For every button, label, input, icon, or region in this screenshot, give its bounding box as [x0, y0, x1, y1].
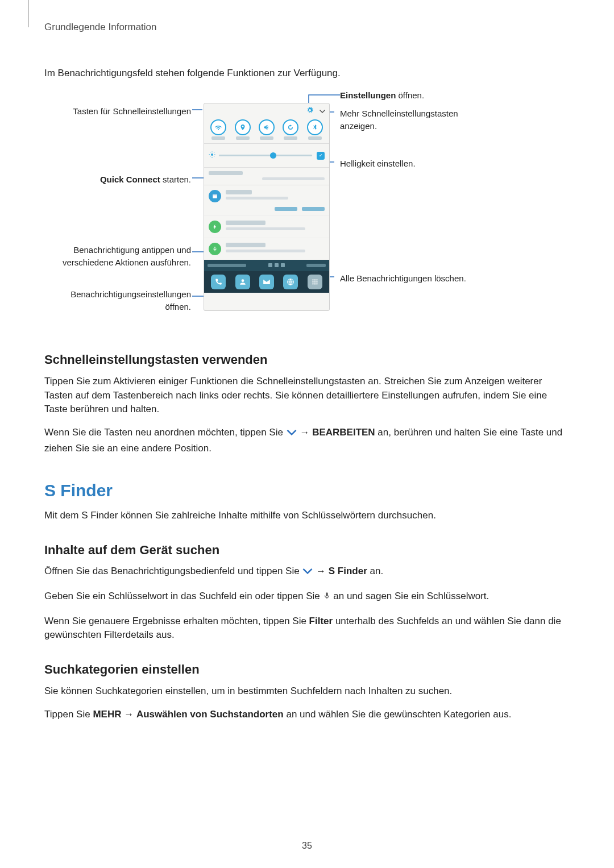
nav-bar [204, 271, 329, 293]
notification-item [204, 216, 329, 238]
heading-suchkategorien: Suchkategorien einstellen [44, 661, 570, 679]
microphone-icon [323, 591, 331, 605]
system-bar [204, 260, 329, 271]
notification-panel-diagram: Tasten für Schnelleinstellungen Quick Co… [44, 89, 570, 328]
inhalte-p3: Wenn Sie genauere Ergebnisse erhalten mö… [44, 614, 570, 642]
svg-point-18 [312, 283, 313, 284]
chevron-down-icon [286, 427, 297, 442]
svg-line-5 [210, 152, 210, 153]
page-number: 35 [0, 839, 614, 852]
svg-point-16 [314, 281, 316, 283]
rotate-icon [283, 119, 298, 135]
brightness-icon [209, 148, 219, 163]
svg-point-0 [211, 153, 213, 156]
svg-rect-10 [213, 194, 217, 196]
callout-notif-settings: Benachrichtigungseinstellungen öffnen. [44, 288, 191, 313]
suchkat-p2: Tippen Sie MEHR → Auswählen von Suchstan… [44, 708, 570, 722]
globe-icon [283, 275, 298, 289]
gear-icon [306, 104, 313, 118]
heading-quick-settings: Schnelleinstellungstasten verwenden [44, 351, 570, 369]
intro-text: Im Benachrichtigungsfeld stehen folgende… [44, 67, 570, 81]
brightness-slider [219, 155, 312, 156]
svg-point-15 [312, 281, 313, 283]
quick-settings-p2: Wenn Sie die Tasten neu anordnen möchten… [44, 426, 570, 455]
phone-screenshot [204, 103, 330, 311]
chevron-down-icon [319, 104, 326, 118]
heading-sfinder: S Finder [44, 478, 570, 503]
usb-icon [209, 243, 221, 255]
svg-point-12 [312, 279, 313, 280]
svg-point-13 [314, 279, 316, 280]
callout-clear-all: Alle Benachrichtigungen löschen. [340, 272, 488, 285]
callout-more-quick: Mehr Schnelleinstellungstasten anzeigen. [340, 107, 488, 132]
inhalte-p1: Öffnen Sie das Benachrichtigungsbedienfe… [44, 564, 570, 580]
quick-settings-p1: Tippen Sie zum Aktivieren einiger Funkti… [44, 375, 570, 417]
mail-icon [259, 275, 274, 289]
chevron-down-icon [302, 566, 313, 580]
phone-icon [211, 275, 226, 289]
callout-brightness: Helligkeit einstellen. [340, 157, 488, 170]
callout-tap-notification: Benachrichtigung antippen und verschiede… [44, 244, 191, 269]
svg-line-7 [210, 156, 210, 157]
auto-brightness-check [317, 152, 325, 160]
svg-line-6 [214, 156, 214, 157]
callout-quick-connect: Quick Connect starten. [44, 173, 191, 186]
svg-point-14 [316, 279, 317, 280]
wifi-icon [210, 119, 226, 135]
heading-inhalte: Inhalte auf dem Gerät suchen [44, 541, 570, 559]
sfinder-intro: Mit dem S Finder können Sie zahlreiche I… [44, 509, 570, 523]
person-icon [235, 275, 250, 289]
svg-line-8 [214, 152, 214, 153]
svg-point-20 [316, 283, 317, 284]
svg-point-19 [314, 283, 316, 284]
callout-quick-settings-buttons: Tasten für Schnelleinstellungen [44, 105, 191, 118]
sound-icon [259, 119, 275, 135]
notification-item [204, 185, 329, 216]
callout-open-settings: Einstellungen öffnen. [340, 89, 488, 102]
location-icon [235, 119, 251, 135]
bolt-icon [209, 221, 221, 233]
inhalte-p2: Geben Sie ein Schlüsselwort in das Suchf… [44, 589, 570, 605]
breadcrumb: Grundlegende Information [44, 20, 570, 35]
quick-connect-row [204, 168, 329, 185]
calendar-icon [209, 190, 221, 202]
notification-item [204, 238, 329, 260]
bluetooth-icon [307, 119, 323, 135]
svg-point-17 [316, 281, 317, 283]
suchkat-p1: Sie können Suchkategorien einstellen, um… [44, 684, 570, 699]
apps-icon [308, 275, 322, 289]
